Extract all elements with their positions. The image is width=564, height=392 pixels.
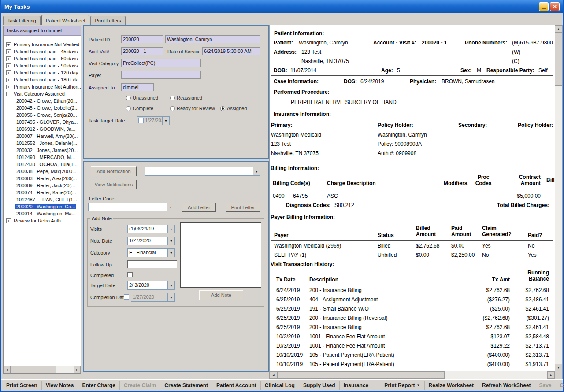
worksheet-horizontal-scrollbar[interactable]: ◄ ► (270, 371, 555, 379)
acct-vst-link[interactable]: Acct-Vst# (89, 49, 109, 54)
expand-icon[interactable]: + (6, 78, 11, 82)
notification-select[interactable]: ▼ (145, 167, 260, 176)
print-letter-button[interactable]: Print Letter (226, 203, 260, 212)
chevron-down-icon[interactable]: ▼ (167, 249, 174, 257)
expand-icon[interactable]: + (6, 85, 11, 89)
statusbar-enter-charge[interactable]: Enter Charge (78, 381, 120, 390)
statusbar-insurance[interactable]: Insurance (340, 381, 373, 390)
scrollbar-thumb[interactable] (11, 366, 56, 373)
tree-item[interactable]: 200014 - Washington, Ma... (4, 210, 81, 217)
scrollbar-thumb[interactable] (277, 371, 445, 379)
expand-icon[interactable]: + (6, 63, 11, 68)
visits-select[interactable]: (1)06/24/19 ▼ (127, 225, 175, 233)
acct-vst-field[interactable]: 200020 - 1 (121, 47, 163, 55)
statusbar-patient-account[interactable]: Patient Account (212, 381, 261, 390)
add-letter-button[interactable]: Add Letter (182, 203, 216, 212)
task-target-date-checkbox[interactable] (138, 118, 144, 123)
note-date-picker[interactable]: 1/27/2020 ▼ (127, 237, 175, 245)
status-radio[interactable]: Complete (126, 106, 170, 111)
statusbar-refresh-worksheet[interactable]: Refresh WorkSheet (478, 381, 535, 390)
status-radio[interactable]: Reassigned (170, 95, 220, 100)
visit-category-field[interactable]: PreCollect(PC) (121, 59, 201, 67)
chevron-down-icon[interactable]: ▼ (162, 117, 169, 125)
scroll-down-icon[interactable]: ▼ (555, 364, 562, 371)
expand-icon[interactable]: + (6, 70, 11, 75)
tree-item[interactable]: 1012490 - MERCADO, M... (4, 154, 81, 161)
tree-item[interactable]: 200042 - Crowe, Ethan(20... (4, 97, 81, 104)
tree-item[interactable]: + Primary Insurance Not Authori... (4, 83, 81, 90)
tree-item[interactable]: + Primary Insurance Not Verified (4, 41, 81, 48)
statusbar-supply-used[interactable]: Supply Used (299, 381, 340, 390)
status-radio[interactable]: Ready for Review (170, 106, 220, 111)
assigned-to-field[interactable]: dimmel (121, 83, 154, 91)
close-button[interactable]: × (550, 2, 560, 11)
expand-icon[interactable]: - (6, 92, 11, 96)
tree-item[interactable]: - Visit Category Assigned (4, 90, 81, 97)
expand-icon[interactable]: + (6, 218, 11, 223)
patient-name-field[interactable]: Washington, Camryn (165, 35, 260, 43)
completion-date-picker[interactable]: 1/27/2020 ▼ (131, 293, 175, 302)
status-radio[interactable]: Assigned (220, 106, 264, 111)
follow-up-input[interactable] (127, 260, 177, 268)
scroll-up-icon[interactable]: ▲ (555, 25, 562, 33)
statusbar-print-screen[interactable]: Print Screen (2, 381, 42, 390)
patient-id-field[interactable]: 200020 (121, 35, 163, 43)
scroll-right-icon[interactable]: ► (547, 371, 555, 379)
statusbar-resize-worksheet[interactable]: Resize Worksheet (425, 381, 479, 390)
calendar-dropdown-icon[interactable]: ▼ (167, 293, 174, 301)
expand-icon[interactable]: + (6, 56, 11, 61)
statusbar-view-notes[interactable]: View Notes (42, 381, 78, 390)
date-of-service-field[interactable]: 6/24/2019 5:30:00 AM (202, 47, 260, 55)
tree-item[interactable]: 200045 - Crowe, Izobelle(2... (4, 104, 81, 111)
letter-code-select[interactable]: ▼ (88, 203, 174, 211)
tree-item[interactable]: 200020 - Washington, Ca... (4, 203, 81, 210)
completion-date-checkbox[interactable] (124, 294, 129, 300)
chevron-down-icon[interactable]: ▼ (253, 167, 260, 175)
tree-item[interactable]: 200074 - Reder, Katie(20(... (4, 189, 81, 196)
scroll-right-icon[interactable]: ► (74, 366, 81, 373)
tree-item[interactable]: 200007 - Harwell, Amy(20(... (4, 133, 81, 140)
tree-item[interactable]: 200032 - Jones, James(20... (4, 147, 81, 154)
target-date-picker[interactable]: 2/ 3/2020 ▼ (127, 281, 175, 290)
assigned-to-link[interactable]: Assigned To (89, 85, 115, 90)
note-text-input[interactable] (180, 222, 261, 288)
tree-item[interactable]: 200089 - Reder, Jack(20(... (4, 182, 81, 189)
task-target-date-picker[interactable]: 1/27/2020 ▼ (137, 116, 170, 125)
worksheet-vertical-scrollbar[interactable]: ▲ ▼ (555, 25, 562, 371)
scroll-left-icon[interactable]: ◄ (270, 371, 277, 379)
expand-icon[interactable]: + (6, 49, 11, 54)
tree-item[interactable]: 1012487 - TRAN, GHET(1... (4, 196, 81, 203)
completed-checkbox[interactable] (127, 272, 133, 277)
chevron-down-icon[interactable]: ▼ (167, 203, 174, 211)
scrollbar-thumb[interactable] (555, 33, 562, 86)
add-note-button[interactable]: Add Note (199, 290, 243, 300)
tree-item[interactable]: 200056 - Crowe, Sonja(20... (4, 111, 81, 118)
tree-item[interactable]: + Patient has not paid - 60 days (4, 55, 81, 62)
tree-item[interactable]: + Patient has not paid - 180+ da... (4, 76, 81, 83)
tree-item[interactable]: 200038 - Pepe, Max(2000... (4, 168, 81, 175)
statusbar-print-report[interactable]: Print Report ▼ (380, 381, 424, 390)
tree-item[interactable]: 200083 - Reder, Alex(200(... (4, 175, 81, 182)
tree-item[interactable]: + Patient has not paid - 45 days (4, 48, 81, 55)
chevron-down-icon[interactable]: ▼ (167, 225, 174, 233)
tree-item[interactable]: 1012430 - OCHOA, Tula(1... (4, 161, 81, 168)
expand-icon[interactable]: + (6, 42, 11, 47)
tree-item[interactable]: 1006912 - GOODWIN, Ja... (4, 126, 81, 133)
minimize-button[interactable] (539, 2, 549, 11)
calendar-dropdown-icon[interactable]: ▼ (167, 237, 174, 245)
status-radio[interactable]: Unassigned (126, 95, 170, 100)
scroll-left-icon[interactable]: ◄ (4, 366, 11, 373)
view-notifications-button[interactable]: View Notifications (91, 180, 137, 189)
tree-item[interactable]: + Patient has not paid - 120 day... (4, 69, 81, 76)
tree-item[interactable]: + Review for Retro Auth (4, 217, 81, 224)
category-select[interactable]: F - Financial ▼ (127, 248, 175, 257)
statusbar-clinical-log[interactable]: Clinical Log (261, 381, 299, 390)
tab-task-filtering[interactable]: Task Filtering (3, 16, 41, 25)
calendar-dropdown-icon[interactable]: ▼ (167, 281, 174, 289)
statusbar-create-statement[interactable]: Create Statement (160, 381, 212, 390)
tree-horizontal-scrollbar[interactable]: ◄ ► (4, 366, 81, 373)
tree-item[interactable]: 1007495 - GLOVER, Dhya... (4, 118, 81, 126)
tree-item[interactable]: 1012552 - Jones, Delanie(... (4, 140, 81, 147)
add-notification-button[interactable]: Add Notification (91, 166, 137, 176)
tab-print-letters[interactable]: Print Letters (90, 16, 125, 25)
